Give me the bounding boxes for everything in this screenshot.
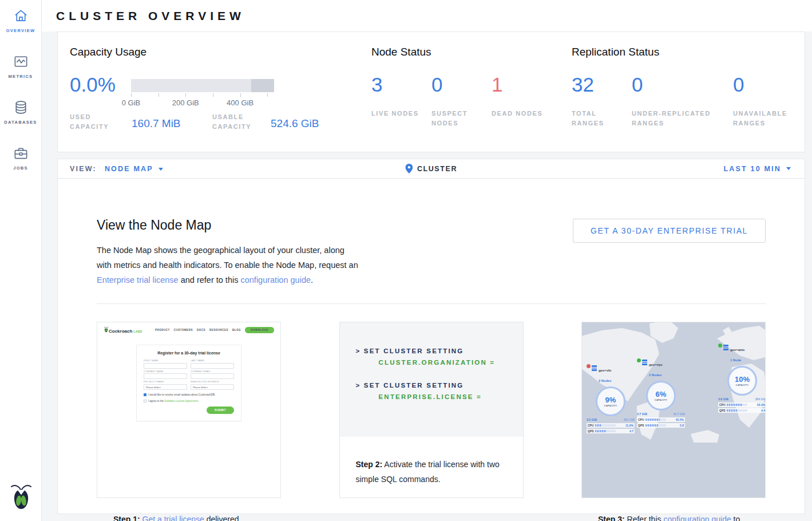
sql-statement: > SET CLUSTER SETTING (356, 348, 523, 354)
sidebar-item-jobs[interactable]: JOBS (0, 145, 41, 171)
view-selector-value: NODE MAP (105, 165, 153, 173)
unavailable-ranges-label: UNAVAILABLE RANGES (733, 109, 786, 128)
map-region-nyc: geo=nyc 2 Nodes 6% CAPACITY 3.7 GiB 43.7… (637, 358, 685, 428)
sql-setting-name: ENTERPRISE.LICENSE = (379, 393, 523, 400)
trial-registration-screenshot: Cockroach LABS PRODUCT CUSTOMERS DOCS RE… (97, 322, 280, 498)
live-nodes-stat: 3 LIVE NODES (371, 73, 431, 128)
cockroach-labs-logo: Cockroach LABS (104, 326, 142, 334)
metrics-icon (13, 54, 29, 69)
axis-tick-label: 400 GiB (227, 98, 253, 107)
qps-label: QPS (588, 429, 595, 433)
checkbox-unchecked-icon (144, 400, 146, 402)
text-input (191, 363, 234, 369)
time-range-selector[interactable]: LAST 10 MIN (723, 165, 805, 173)
form-field: PROJECT PHASE Please Select (144, 381, 187, 390)
configuration-guide-link[interactable]: configuration guide (663, 515, 731, 521)
checkbox-label: I would like to receive email updates ab… (148, 393, 215, 396)
get-trial-license-link[interactable]: Get a trial license (142, 515, 204, 521)
dead-nodes-label: DEAD NODES (492, 109, 544, 119)
cpu-value: 11.0% (625, 424, 633, 427)
license-agreement-checkbox-row: I agree to the Software License Agreemen… (144, 400, 234, 402)
capacity-bar-reserved-segment (251, 79, 274, 92)
qps-value: 5.8 (680, 424, 684, 427)
node-status-section: Node Status 3 LIVE NODES 0 SUSPECT NODES… (355, 32, 567, 152)
step-1-caption: Step 1: Get a trial license delivered st… (97, 498, 280, 521)
view-selector[interactable]: NODE MAP (105, 165, 163, 173)
chevron-down-icon (159, 168, 163, 171)
nav-item: CUSTOMERS (174, 329, 193, 331)
capacity-donut: 9% CAPACITY (596, 386, 625, 416)
caption-text: Refer this (625, 515, 664, 521)
field-label: COMPANY EMAIL (191, 370, 234, 373)
select-input: Please Select (144, 384, 187, 390)
jobs-icon (13, 145, 29, 161)
select-input: Please Select (191, 384, 234, 390)
field-label: REASON FOR INTEREST (191, 381, 234, 383)
nav-item: PRODUCT (155, 329, 170, 331)
sidebar-item-metrics[interactable]: METRICS (0, 54, 41, 79)
capacity-usage-title: Capacity Usage (70, 46, 146, 58)
capacity-used: 3.7 GiB (637, 412, 647, 416)
axis-tick (240, 93, 241, 97)
field-label: PROJECT PHASE (144, 381, 187, 383)
total-ranges-stat: 32 TOTAL RANGES (572, 73, 632, 128)
axis-tick (159, 93, 159, 97)
capacity-usage-section: Capacity Usage 0.0% 0 GiB 200 GiB 400 Gi… (58, 32, 355, 152)
cockroachdb-logo-icon (10, 482, 33, 513)
main-content: CLUSTER OVERVIEW Capacity Usage 0.0% 0 G… (42, 0, 812, 521)
region-name: geo=sfo (599, 369, 611, 372)
capacity-total: 43.7 GiB (673, 412, 685, 416)
region-node-count: 1 Node (730, 358, 741, 362)
enterprise-trial-license-link[interactable]: Enterprise trial license (97, 275, 179, 285)
view-label: VIEW: (70, 165, 97, 173)
cpu-bar (727, 404, 747, 406)
qps-bar (595, 430, 616, 432)
axis-tick (185, 93, 186, 97)
email-updates-checkbox-row: ✓ I would like to receive email updates … (144, 393, 234, 396)
suspect-nodes-value: 0 (431, 73, 492, 96)
capacity-used: 3.6 GiB (718, 397, 728, 401)
sidebar-item-databases[interactable]: DATABASES (0, 100, 41, 125)
axis-tick-label: 200 GiB (172, 98, 199, 107)
form-field: LAST NAME (191, 360, 234, 369)
unavailable-ranges-stat: 0 UNAVAILABLE RANGES (733, 73, 793, 128)
node-map-panel: View the Node Map The Node Map shows the… (57, 178, 805, 514)
qps-label: QPS (719, 409, 727, 412)
status-dot-live-icon (637, 358, 641, 362)
step-number: Step 2: (356, 460, 383, 469)
steps-row: Cockroach LABS PRODUCT CUSTOMERS DOCS RE… (97, 322, 766, 498)
text-input (144, 373, 187, 379)
sql-statement: > SET CLUSTER SETTING (356, 382, 523, 389)
enterprise-trial-button[interactable]: GET A 30-DAY ENTERPRISE TRIAL (573, 219, 766, 243)
axis-tick (213, 93, 213, 97)
axis-tick-label: 0 GiB (122, 98, 141, 107)
cpu-value: 53.3% (757, 403, 765, 406)
capacity-total: 364 GiB (755, 397, 765, 401)
step-3-caption: Step 3: Refer this configuration guide t… (582, 498, 765, 521)
form-field: REASON FOR INTEREST Please Select (191, 381, 234, 390)
form-field: COMPANY NAME (144, 370, 187, 380)
capacity-percent: 10% (735, 375, 750, 384)
suspect-nodes-stat: 0 SUSPECT NODES (431, 73, 492, 128)
step-1-card: Cockroach LABS PRODUCT CUSTOMERS DOCS RE… (97, 322, 281, 498)
form-field: COMPANY EMAIL (191, 370, 234, 380)
configuration-guide-link[interactable]: configuration guide (240, 275, 311, 285)
region-name: geo=ams (730, 348, 744, 352)
sql-setting-name: CLUSTER.ORGANIZATION = (379, 359, 523, 366)
cpu-value: 42.5% (676, 418, 684, 421)
cpu-label: CPU (638, 418, 645, 421)
brand-name: Cockroach (109, 329, 132, 334)
mini-site-nav: PRODUCT CUSTOMERS DOCS RESOURCES BLOG DO… (155, 327, 274, 333)
divider (97, 303, 766, 304)
capacity-label: CAPACITY (736, 384, 748, 386)
nav-item: DOCS (197, 329, 205, 331)
node-stack-icon (592, 365, 597, 371)
node-status-title: Node Status (371, 46, 431, 58)
node-map-heading: View the Node Map (97, 218, 211, 233)
sidebar-item-overview[interactable]: OVERVIEW (0, 8, 41, 33)
description-text: and refer to this (179, 275, 241, 285)
step-2-card: > SET CLUSTER SETTING CLUSTER.ORGANIZATI… (339, 322, 524, 498)
chevron-down-icon (786, 167, 791, 170)
cpu-bar (595, 424, 616, 427)
nav-item: RESOURCES (209, 329, 228, 331)
